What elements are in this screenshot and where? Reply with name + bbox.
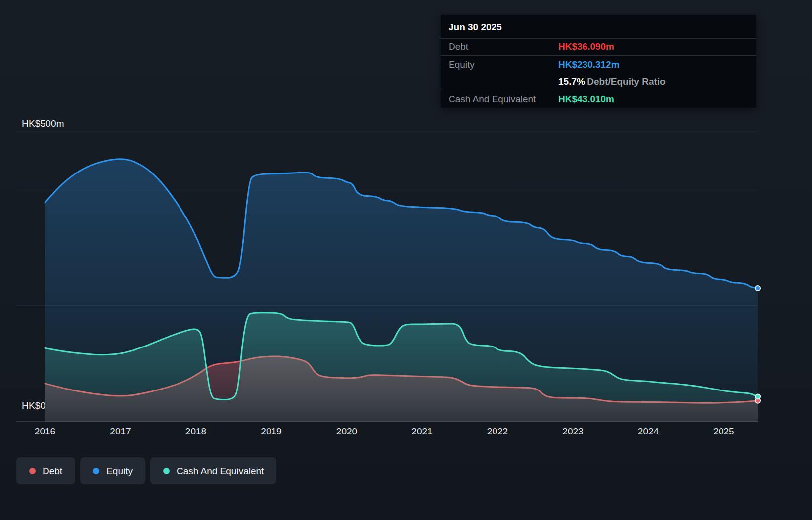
x-axis-label-2016: 2016 bbox=[35, 426, 55, 437]
tooltip-row-cash: Cash And Equivalent HK$43.010m bbox=[441, 90, 756, 108]
x-axis-label-2021: 2021 bbox=[411, 426, 432, 437]
x-axis-label-2017: 2017 bbox=[110, 426, 131, 437]
legend-equity-label: Equity bbox=[106, 466, 133, 477]
legend-item-debt[interactable]: Debt bbox=[16, 457, 75, 484]
tooltip-row-debt: Debt HK$36.090m bbox=[441, 39, 756, 56]
debt-equity-chart-page: HK$500m HK$0 201620172018201920202021202… bbox=[0, 0, 812, 520]
legend-item-cash[interactable]: Cash And Equivalent bbox=[150, 457, 276, 484]
legend-cash-label: Cash And Equivalent bbox=[177, 466, 264, 477]
legend-item-equity[interactable]: Equity bbox=[80, 457, 145, 484]
tooltip-debt-label: Debt bbox=[449, 42, 558, 52]
y-axis-label-zero: HK$0 bbox=[22, 400, 45, 411]
tooltip-cash-value: HK$43.010m bbox=[558, 94, 614, 105]
x-axis-label-2018: 2018 bbox=[185, 426, 206, 437]
cash-endpoint-marker bbox=[755, 394, 760, 399]
cash-dot-icon bbox=[163, 468, 170, 474]
equity-endpoint-marker bbox=[755, 286, 760, 291]
tooltip-debt-value: HK$36.090m bbox=[558, 42, 614, 52]
x-axis-label-2023: 2023 bbox=[562, 426, 583, 437]
y-axis-label-max: HK$500m bbox=[22, 118, 64, 129]
tooltip-row-equity: Equity HK$230.312m bbox=[441, 56, 756, 73]
x-axis: 2016201720182019202020212022202320242025 bbox=[0, 426, 812, 439]
tooltip-ratio-label: Debt/Equity Ratio bbox=[587, 76, 665, 87]
debt-dot-icon bbox=[29, 468, 36, 474]
tooltip-ratio: 15.7% Debt/Equity Ratio bbox=[558, 76, 666, 87]
equity-dot-icon bbox=[93, 468, 99, 474]
tooltip-equity-value: HK$230.312m bbox=[558, 59, 620, 70]
tooltip-date: Jun 30 2025 bbox=[441, 15, 756, 39]
legend: Debt Equity Cash And Equivalent bbox=[16, 457, 276, 484]
tooltip-row-ratio: 15.7% Debt/Equity Ratio bbox=[441, 73, 756, 90]
tooltip-equity-label: Equity bbox=[449, 59, 558, 70]
legend-debt-label: Debt bbox=[43, 466, 62, 477]
tooltip-ratio-value: 15.7% bbox=[558, 76, 585, 87]
x-axis-label-2022: 2022 bbox=[487, 426, 508, 437]
x-axis-label-2025: 2025 bbox=[713, 426, 734, 437]
x-axis-label-2024: 2024 bbox=[638, 426, 659, 437]
x-axis-label-2019: 2019 bbox=[261, 426, 281, 437]
chart-tooltip: Jun 30 2025 Debt HK$36.090m Equity HK$23… bbox=[441, 15, 756, 108]
tooltip-cash-label: Cash And Equivalent bbox=[449, 94, 558, 105]
x-axis-label-2020: 2020 bbox=[336, 426, 357, 437]
